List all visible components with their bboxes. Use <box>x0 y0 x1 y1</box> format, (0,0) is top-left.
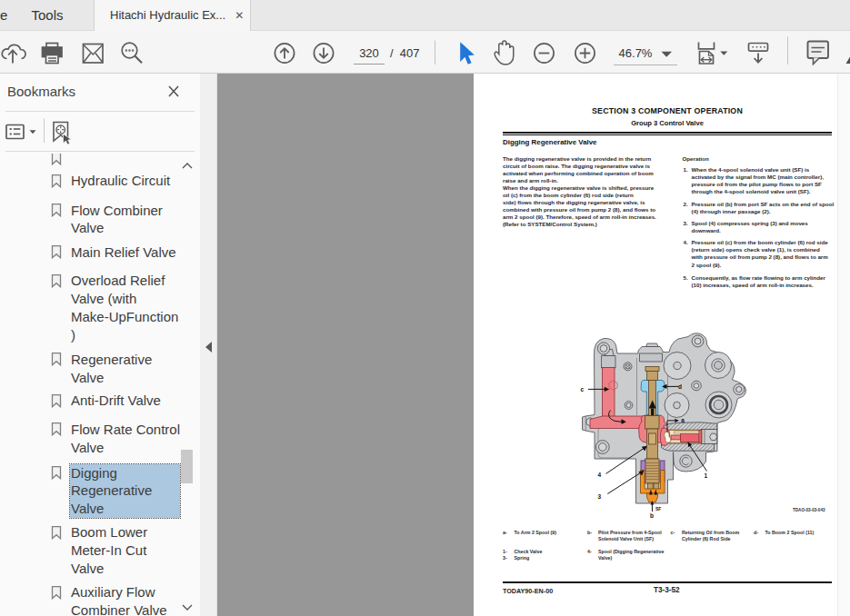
svg-text:3: 3 <box>598 493 602 500</box>
svg-text:4: 4 <box>598 472 602 478</box>
svg-text:1: 1 <box>705 472 708 479</box>
svg-text:b: b <box>650 512 654 519</box>
svg-text:c: c <box>581 386 585 392</box>
svg-text:d: d <box>678 383 682 390</box>
svg-text:a: a <box>681 417 685 423</box>
svg-text:SF: SF <box>655 506 661 512</box>
